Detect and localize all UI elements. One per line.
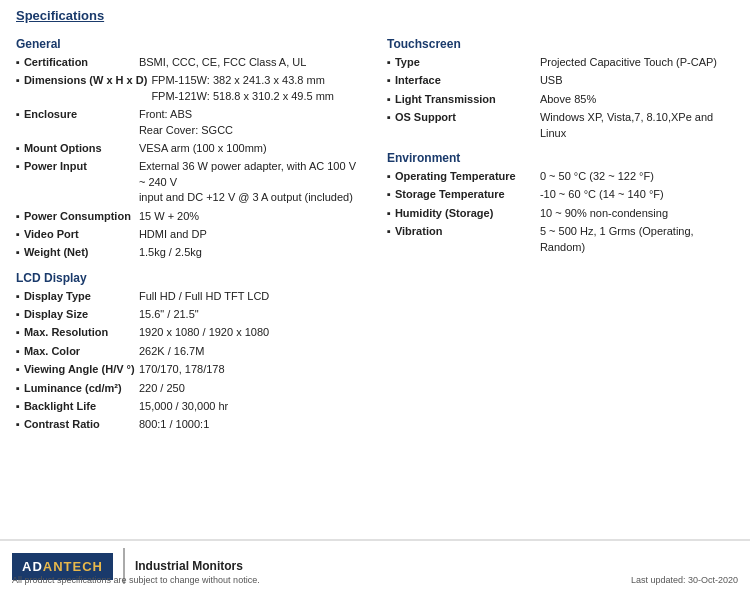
spec-value: 800:1 / 1000:1: [139, 417, 209, 432]
spec-label: Viewing Angle (H/V °): [24, 362, 139, 377]
table-row: ▪ OS Support Windows XP, Vista,7, 8.10,X…: [387, 110, 734, 141]
spec-label: Certification: [24, 55, 139, 70]
table-row: ▪ Humidity (Storage) 10 ~ 90% non-conden…: [387, 206, 734, 221]
table-row: ▪ Dimensions (W x H x D) FPM-115W: 382 x…: [16, 73, 363, 104]
spec-value: 15,000 / 30,000 hr: [139, 399, 228, 414]
table-row: ▪ Interface USB: [387, 73, 734, 88]
table-row: ▪ Display Size 15.6" / 21.5": [16, 307, 363, 322]
spec-value: 220 / 250: [139, 381, 185, 396]
bullet-icon: ▪: [16, 307, 20, 322]
table-row: ▪ Display Type Full HD / Full HD TFT LCD: [16, 289, 363, 304]
spec-label: Video Port: [24, 227, 139, 242]
spec-value: 0 ~ 50 °C (32 ~ 122 °F): [540, 169, 654, 184]
bullet-icon: ▪: [16, 417, 20, 432]
right-column: Touchscreen ▪ Type Projected Capacitive …: [387, 31, 734, 436]
spec-label: Backlight Life: [24, 399, 139, 414]
spec-label: Mount Options: [24, 141, 139, 156]
bullet-icon: ▪: [16, 107, 20, 122]
bullet-icon: ▪: [387, 224, 391, 239]
spec-value: Full HD / Full HD TFT LCD: [139, 289, 269, 304]
spec-value: Front: ABS Rear Cover: SGCC: [139, 107, 233, 138]
logo-accent: ANTECH: [43, 559, 103, 574]
general-table: ▪ Certification BSMI, CCC, CE, FCC Class…: [16, 55, 363, 261]
table-row: ▪ Viewing Angle (H/V °) 170/170, 178/178: [16, 362, 363, 377]
table-row: ▪ Enclosure Front: ABS Rear Cover: SGCC: [16, 107, 363, 138]
footer-note-left: All product specifications are subject t…: [12, 575, 260, 585]
table-row: ▪ Backlight Life 15,000 / 30,000 hr: [16, 399, 363, 414]
footer-note-right: Last updated: 30-Oct-2020: [631, 575, 738, 585]
spec-value: VESA arm (100 x 100mm): [139, 141, 267, 156]
bullet-icon: ▪: [387, 169, 391, 184]
bullet-icon: ▪: [16, 245, 20, 260]
spec-value: 15.6" / 21.5": [139, 307, 199, 322]
table-row: ▪ Max. Resolution 1920 x 1080 / 1920 x 1…: [16, 325, 363, 340]
bullet-icon: ▪: [387, 55, 391, 70]
general-section-title: General: [16, 37, 363, 51]
spec-label: Contrast Ratio: [24, 417, 139, 432]
footer-subtitle: Industrial Monitors: [135, 559, 243, 573]
bullet-icon: ▪: [16, 289, 20, 304]
bullet-icon: ▪: [387, 206, 391, 221]
main-content: Specifications General ▪ Certification B…: [0, 0, 750, 496]
table-row: ▪ Vibration 5 ~ 500 Hz, 1 Grms (Operatin…: [387, 224, 734, 255]
spec-value: External 36 W power adapter, with AC 100…: [139, 159, 363, 205]
spec-label: Vibration: [395, 224, 540, 239]
spec-value: 170/170, 178/178: [139, 362, 225, 377]
bullet-icon: ▪: [16, 73, 20, 88]
bullet-icon: ▪: [16, 55, 20, 70]
table-row: ▪ Certification BSMI, CCC, CE, FCC Class…: [16, 55, 363, 70]
table-row: ▪ Video Port HDMI and DP: [16, 227, 363, 242]
spec-label: Display Type: [24, 289, 139, 304]
spec-label: Enclosure: [24, 107, 139, 122]
table-row: ▪ Operating Temperature 0 ~ 50 °C (32 ~ …: [387, 169, 734, 184]
spec-label: Interface: [395, 73, 540, 88]
bullet-icon: ▪: [387, 110, 391, 125]
spec-label: Power Consumption: [24, 209, 139, 224]
lcd-section-title: LCD Display: [16, 271, 363, 285]
table-row: ▪ Luminance (cd/m²) 220 / 250: [16, 381, 363, 396]
bullet-icon: ▪: [16, 399, 20, 414]
table-row: ▪ Storage Temperature -10 ~ 60 °C (14 ~ …: [387, 187, 734, 202]
environment-table: ▪ Operating Temperature 0 ~ 50 °C (32 ~ …: [387, 169, 734, 255]
bullet-icon: ▪: [16, 159, 20, 174]
spec-label: Operating Temperature: [395, 169, 540, 184]
bullet-icon: ▪: [387, 187, 391, 202]
bullet-icon: ▪: [16, 141, 20, 156]
touchscreen-table: ▪ Type Projected Capacitive Touch (P-CAP…: [387, 55, 734, 141]
spec-value: 5 ~ 500 Hz, 1 Grms (Operating, Random): [540, 224, 734, 255]
spec-label: Type: [395, 55, 540, 70]
spec-label: Humidity (Storage): [395, 206, 540, 221]
bullet-icon: ▪: [16, 344, 20, 359]
spec-label: Max. Resolution: [24, 325, 139, 340]
spec-value: Windows XP, Vista,7, 8.10,XPe and Linux: [540, 110, 734, 141]
table-row: ▪ Contrast Ratio 800:1 / 1000:1: [16, 417, 363, 432]
bullet-icon: ▪: [16, 209, 20, 224]
spec-label: Storage Temperature: [395, 187, 540, 202]
table-row: ▪ Mount Options VESA arm (100 x 100mm): [16, 141, 363, 156]
table-row: ▪ Max. Color 262K / 16.7M: [16, 344, 363, 359]
spec-value: HDMI and DP: [139, 227, 207, 242]
spec-value: BSMI, CCC, CE, FCC Class A, UL: [139, 55, 306, 70]
spec-value: FPM-115W: 382 x 241.3 x 43.8 mm FPM-121W…: [151, 73, 334, 104]
table-row: ▪ Weight (Net) 1.5kg / 2.5kg: [16, 245, 363, 260]
spec-value: 15 W + 20%: [139, 209, 199, 224]
spec-label: Power Input: [24, 159, 139, 174]
bullet-icon: ▪: [16, 325, 20, 340]
spec-label: Light Transmission: [395, 92, 540, 107]
spec-label: Weight (Net): [24, 245, 139, 260]
left-column: General ▪ Certification BSMI, CCC, CE, F…: [16, 31, 363, 436]
spec-value: USB: [540, 73, 563, 88]
page-title: Specifications: [16, 8, 734, 23]
footer: ADANTECH Industrial Monitors All product…: [0, 539, 750, 591]
table-row: ▪ Type Projected Capacitive Touch (P-CAP…: [387, 55, 734, 70]
two-column-layout: General ▪ Certification BSMI, CCC, CE, F…: [16, 31, 734, 436]
table-row: ▪ Light Transmission Above 85%: [387, 92, 734, 107]
lcd-table: ▪ Display Type Full HD / Full HD TFT LCD…: [16, 289, 363, 433]
spec-label: Max. Color: [24, 344, 139, 359]
spec-value: 262K / 16.7M: [139, 344, 204, 359]
touchscreen-section-title: Touchscreen: [387, 37, 734, 51]
bullet-icon: ▪: [16, 381, 20, 396]
spec-label: Luminance (cd/m²): [24, 381, 139, 396]
spec-value: 1920 x 1080 / 1920 x 1080: [139, 325, 269, 340]
bullet-icon: ▪: [387, 73, 391, 88]
